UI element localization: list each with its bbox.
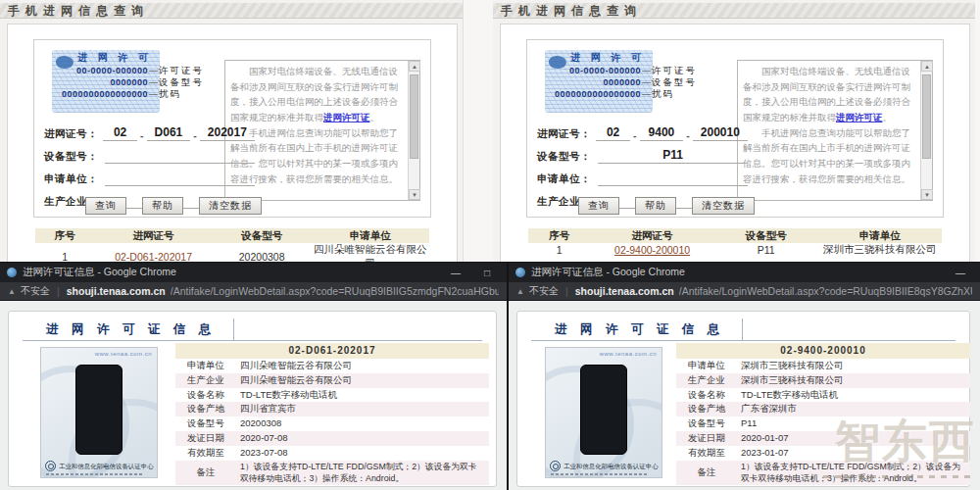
col-header-license: 进网证号 bbox=[590, 228, 714, 243]
zhidx-watermark-subline bbox=[823, 475, 970, 478]
help-button[interactable]: 帮助 bbox=[142, 197, 183, 215]
detail-row: 设备产地四川省宜宾市 bbox=[175, 402, 489, 416]
license-sample-label: 扰码 bbox=[159, 88, 181, 100]
license-sample-number: 0000000 bbox=[52, 76, 148, 88]
phone-photo bbox=[580, 365, 627, 455]
table-row: 1 02-9400-200010 P11 深圳市三骁科技有限公司 bbox=[528, 243, 942, 257]
photo-watermark: www.tenaa.com.cn bbox=[600, 351, 657, 357]
phone-certificate-image: www.tenaa.com.cn 工业和信息化部电信设备认证中心 bbox=[545, 347, 662, 478]
license-stamp-title: 进 网 许 可 bbox=[545, 51, 716, 65]
scrollbar-thumb[interactable] bbox=[410, 74, 418, 159]
license-part3-input[interactable]: 200010 bbox=[693, 125, 748, 141]
query-window-left: 手机进网信息查询 进 网 许 可 00-0000-000000—许可证号 000… bbox=[0, 0, 464, 274]
license-sample-image: 进 网 许 可 00-0000-000000—许可证号 0000000—设备型号… bbox=[52, 50, 223, 113]
minimize-icon[interactable]: — bbox=[443, 268, 468, 278]
scroll-up-icon[interactable]: ▲ bbox=[921, 61, 933, 72]
chrome-page-content: 进 网 许 可 证 信 息 www.tenaa.com.cn 工业和信息化部电信… bbox=[0, 301, 507, 490]
model-input[interactable] bbox=[105, 148, 255, 164]
chrome-window-title: 进网许可证信息 - Google Chrome bbox=[531, 266, 942, 279]
license-info-link[interactable]: 进网许可证 bbox=[836, 112, 883, 122]
license-part1-input[interactable]: 02 bbox=[596, 125, 630, 141]
license-result-link[interactable]: 02-9400-200010 bbox=[614, 244, 690, 256]
license-part1-input[interactable]: 02 bbox=[103, 125, 137, 141]
chrome-page-content: 进 网 许 可 证 信 息 www.tenaa.com.cn 工业和信息化部电信… bbox=[509, 301, 980, 490]
scrollbar[interactable]: ▲ ▼ bbox=[920, 61, 932, 200]
license-sample-label: 设备型号 bbox=[652, 76, 697, 88]
chrome-title-bar[interactable]: 进网许可证信息 - Google Chrome — □ bbox=[0, 263, 507, 282]
license-sample-image: 进 网 许 可 00-0000-000000—许可证号 0000000—设备型号… bbox=[545, 50, 716, 113]
license-sample-number: 00-0000-000000 bbox=[545, 65, 641, 76]
chrome-window-title: 进网许可证信息 - Google Chrome bbox=[23, 266, 437, 279]
query-button[interactable]: 查询 bbox=[85, 197, 126, 215]
chrome-address-bar[interactable]: ▲ 不安全 | shouji.tenaa.com.cn/Antifake/Log… bbox=[0, 282, 507, 301]
chrome-address-bar[interactable]: ▲ 不安全 | shouji.tenaa.com.cn/Antifake/Log… bbox=[509, 282, 980, 301]
license-no-label: 进网证号： bbox=[44, 127, 103, 141]
cell-model: P11 bbox=[714, 243, 818, 257]
clear-data-button[interactable]: 清空数据 bbox=[692, 197, 755, 215]
license-part2-input[interactable]: 9400 bbox=[640, 125, 684, 141]
security-warning-label: 不安全 bbox=[529, 284, 559, 298]
chrome-window-left: 进网许可证信息 - Google Chrome — □ ▲ 不安全 | shou… bbox=[0, 263, 507, 490]
applicant-input[interactable] bbox=[598, 171, 748, 186]
cell-applicant: 深圳市三骁科技有限公司 bbox=[817, 243, 942, 257]
detail-row: 有效期至2023-07-08 bbox=[175, 446, 489, 461]
license-part2-input[interactable]: D061 bbox=[147, 125, 191, 141]
phone-photo bbox=[75, 365, 122, 455]
maximize-icon[interactable]: □ bbox=[474, 268, 500, 278]
license-info-link[interactable]: 进网许可证 bbox=[323, 112, 370, 122]
license-number: 02-9400-200010 bbox=[676, 343, 970, 359]
license-stamp-title: 进 网 许 可 bbox=[52, 51, 223, 65]
minimize-icon[interactable]: — bbox=[948, 268, 973, 278]
detail-row: 生产企业深圳市三骁科技有限公司 bbox=[676, 373, 970, 388]
query-window-body: 进 网 许 可 00-0000-000000—许可证号 0000000—设备型号… bbox=[500, 24, 970, 269]
scroll-down-icon[interactable]: ▼ bbox=[921, 189, 933, 200]
caption-subtext-line bbox=[46, 473, 144, 475]
license-detail-box: 进 网 许 可 证 信 息 www.tenaa.com.cn 工业和信息化部电信… bbox=[8, 311, 497, 487]
license-result-link[interactable]: 02-D061-202017 bbox=[115, 251, 192, 263]
info-description-text: 国家对电信终端设备、无线电通信设备和涉及网间互联的设备实行进网许可制度，接入公用… bbox=[743, 64, 916, 198]
col-header-model: 设备型号 bbox=[714, 228, 818, 243]
scrollbar-thumb[interactable] bbox=[922, 74, 931, 159]
cell-no: 1 bbox=[528, 243, 590, 257]
results-table: 序号 进网证号 设备型号 申请单位 1 02-9400-200010 P11 深… bbox=[528, 228, 942, 257]
chrome-title-bar[interactable]: 进网许可证信息 - Google Chrome — bbox=[509, 263, 980, 282]
scroll-up-icon[interactable]: ▲ bbox=[409, 61, 420, 72]
license-sample-number: 0000000000000000 bbox=[545, 88, 641, 100]
applicant-label: 申请单位： bbox=[44, 172, 105, 186]
phone-certificate-image: www.tenaa.com.cn 工业和信息化部电信设备认证中心 bbox=[40, 347, 158, 478]
detail-row: 设备产地广东省深圳市 bbox=[676, 402, 970, 416]
clear-data-button[interactable]: 清空数据 bbox=[199, 197, 262, 215]
col-header-applicant: 申请单位 bbox=[311, 228, 429, 243]
col-header-no: 序号 bbox=[528, 228, 590, 243]
license-no-label: 进网证号： bbox=[537, 127, 596, 141]
detail-row: 生产企业四川朵唯智能云谷有限公司 bbox=[175, 373, 489, 388]
url-host: shouji.tenaa.com.cn bbox=[67, 285, 166, 297]
col-header-license: 进网证号 bbox=[94, 228, 213, 243]
window-title: 手机进网信息查询 bbox=[0, 3, 463, 19]
url-path: /Antifake/LoginWebDetail.aspx?code=RUuqB… bbox=[171, 285, 499, 297]
certification-center-logo bbox=[45, 461, 56, 471]
col-header-applicant: 申请单位 bbox=[817, 228, 942, 243]
license-number: 02-D061-202017 bbox=[175, 343, 489, 359]
detail-row: 申请单位深圳市三骁科技有限公司 bbox=[676, 359, 970, 373]
help-button[interactable]: 帮助 bbox=[635, 197, 676, 215]
license-part3-input[interactable]: 202017 bbox=[200, 125, 255, 141]
certification-center-logo bbox=[550, 461, 561, 471]
scroll-down-icon[interactable]: ▼ bbox=[409, 189, 420, 200]
detail-row: 设备名称TD-LTE数字移动电话机 bbox=[676, 388, 970, 403]
detail-row: 设备型号20200308 bbox=[175, 416, 489, 431]
col-header-no: 序号 bbox=[35, 228, 94, 243]
applicant-input[interactable] bbox=[105, 171, 255, 186]
license-sample-label: 设备型号 bbox=[159, 76, 204, 88]
license-sample-label: 许可证号 bbox=[159, 65, 204, 76]
photo-watermark: www.tenaa.com.cn bbox=[95, 351, 152, 357]
model-input[interactable]: P11 bbox=[598, 148, 748, 164]
license-sample-number: 0000000 bbox=[545, 76, 641, 88]
page-favicon-icon bbox=[7, 268, 17, 277]
url-path: /Antifake/LoginWebDetail.aspx?code=RUuqB… bbox=[679, 285, 972, 297]
security-warning-icon: ▲ bbox=[8, 287, 16, 296]
query-button[interactable]: 查询 bbox=[578, 197, 619, 215]
scrollbar[interactable]: ▲ ▼ bbox=[408, 61, 419, 200]
query-form-area: 进 网 许 可 00-0000-000000—许可证号 0000000—设备型号… bbox=[33, 39, 431, 218]
caption-subtext-line bbox=[551, 473, 649, 475]
